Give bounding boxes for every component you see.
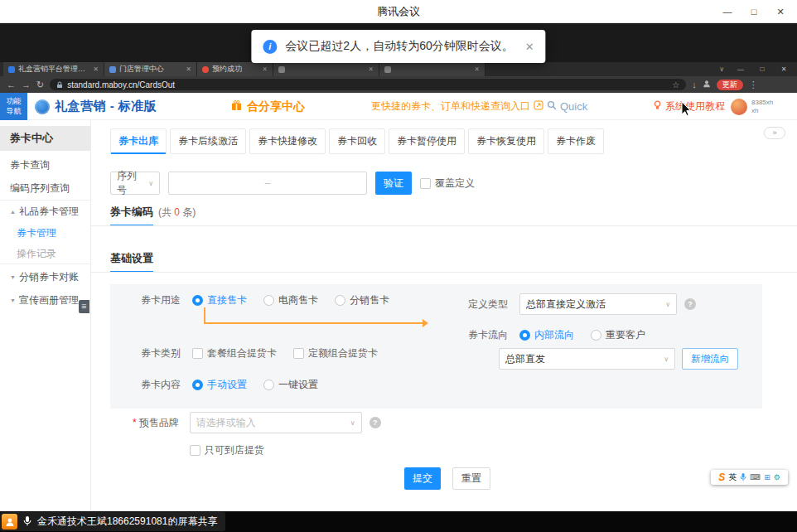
checkbox-icon xyxy=(420,178,431,189)
close-icon[interactable]: ✕ xyxy=(767,0,794,23)
tab-card-void[interactable]: 券卡作废 xyxy=(548,128,604,154)
radio-distribution-sale[interactable]: 分销售卡 xyxy=(335,293,389,307)
sidebar-collapse-handle[interactable]: ☰ xyxy=(79,300,89,313)
ime-mic-icon[interactable] xyxy=(740,472,746,483)
tabstrip-right: ∨ — □ ✕ xyxy=(714,62,797,76)
definition-type-row: 定义类型 总部直接定义激活 ∨ ? xyxy=(468,293,696,315)
minimize-icon[interactable]: — xyxy=(714,0,741,23)
checkbox-fixed-combo-card[interactable]: 定额组合提货卡 xyxy=(293,346,378,360)
browser-menu-icon[interactable]: ⋮ xyxy=(749,80,758,89)
ime-toolbar[interactable]: S 英 ⌨ ⊞ ⚙ xyxy=(711,470,788,485)
radio-important-customer[interactable]: 重要客户 xyxy=(591,328,645,342)
tab-close-icon[interactable]: ✕ xyxy=(368,65,374,73)
user-box[interactable]: 8385xhxh xyxy=(731,93,773,120)
definition-type-value: 总部直接定义激活 xyxy=(526,297,606,312)
radio-one-click-setting[interactable]: 一键设置 xyxy=(263,378,318,392)
sidebar-item-operation-log[interactable]: 操作记录 xyxy=(0,243,90,264)
function-nav-button[interactable]: 功能 导航 xyxy=(0,93,27,120)
tab-close-icon[interactable]: ✕ xyxy=(93,65,99,73)
sidebar-group-distribution-reconciliation[interactable]: ▼ 分销券卡对账 xyxy=(0,266,90,288)
checkbox-icon xyxy=(192,348,203,359)
radio-manual-setting[interactable]: 手动设置 xyxy=(192,378,247,392)
store-pickup-only-checkbox[interactable]: 只可到店提货 xyxy=(190,443,264,457)
ime-language-indicator[interactable]: 英 xyxy=(728,472,737,483)
presale-brand-select[interactable]: 请选择或输入 ∨ xyxy=(190,412,362,433)
tutorial-link[interactable]: 系统使用教程 xyxy=(653,93,725,120)
bookmark-star-icon[interactable]: ☆ xyxy=(672,80,679,89)
toast-close-icon[interactable]: ✕ xyxy=(525,41,534,53)
serial-number-input[interactable] xyxy=(168,172,367,195)
override-definition-checkbox[interactable]: 覆盖定义 xyxy=(420,177,475,191)
tab-card-outbound[interactable]: 券卡出库 xyxy=(110,128,167,154)
browser-tab-5[interactable]: ✕ xyxy=(379,62,485,76)
browser-tab-1[interactable]: 礼盒营销平台管理中心 ✕ xyxy=(3,62,104,76)
profile-icon[interactable] xyxy=(703,80,711,89)
basic-settings-title: 基础设置 xyxy=(110,251,153,273)
tab-close-icon[interactable]: ✕ xyxy=(474,65,480,73)
back-icon[interactable]: ← xyxy=(7,80,16,89)
tab-card-quick-edit[interactable]: 券卡快捷修改 xyxy=(249,128,326,154)
forward-icon[interactable]: → xyxy=(22,80,31,89)
browser-navbar: ← → ↻ standard.maboy.cn/CardsOut ☆ ↓ 更新 … xyxy=(0,76,797,93)
ime-settings-icon[interactable]: ⚙ xyxy=(774,474,780,481)
maximize-icon[interactable]: □ xyxy=(741,0,767,23)
radio-icon xyxy=(591,330,601,341)
override-definition-label: 覆盖定义 xyxy=(435,177,475,191)
browser-maximize-icon[interactable]: □ xyxy=(752,62,772,76)
sidebar-group-brochure-management[interactable]: ▼ 宣传画册管理 xyxy=(0,289,90,311)
sidebar-item-card-query[interactable]: 券卡查询 xyxy=(0,154,90,176)
quick-search[interactable]: Quick xyxy=(547,93,587,120)
help-icon[interactable]: ? xyxy=(370,417,381,428)
card-code-count: (共 0 条) xyxy=(158,206,196,220)
reset-button[interactable]: 重置 xyxy=(452,467,490,490)
caret-down-icon: ▼ xyxy=(10,274,16,280)
microphone-icon[interactable] xyxy=(23,515,31,530)
sidebar-item-code-sequence-query[interactable]: 编码序列查询 xyxy=(0,177,90,199)
tab-list-chevron-icon[interactable]: ∨ xyxy=(714,65,729,73)
flow-destination-select[interactable]: 总部直发 ∨ xyxy=(499,348,675,370)
tab-card-resume[interactable]: 券卡恢复使用 xyxy=(468,128,544,154)
tab-card-recycle[interactable]: 券卡回收 xyxy=(329,128,385,154)
browser-tab-2[interactable]: 门店管理中心 ✕ xyxy=(104,62,197,76)
card-function-tabs: 券卡出库 券卡后续激活 券卡快捷修改 券卡回收 券卡暂停使用 券卡恢复使用 券卡… xyxy=(110,128,604,154)
tab-card-suspend[interactable]: 券卡暂停使用 xyxy=(389,128,465,154)
card-category-label: 券卡类别 xyxy=(141,346,182,360)
definition-type-label: 定义类型 xyxy=(468,297,510,312)
radio-direct-sale[interactable]: 直接售卡 xyxy=(192,293,247,307)
tab-card-followup-activate[interactable]: 券卡后续激活 xyxy=(170,128,246,154)
submit-button[interactable]: 提交 xyxy=(404,467,441,490)
browser-update-button[interactable]: 更新 xyxy=(717,80,743,90)
card-code-title: 券卡编码 xyxy=(110,205,153,226)
add-flow-button[interactable]: 新增流向 xyxy=(682,348,738,370)
brand: 礼盒营销 - 标准版 xyxy=(35,93,157,120)
serial-type-select[interactable]: 序列号 ∨ xyxy=(110,172,160,195)
expand-panel-button[interactable]: » xyxy=(764,127,785,139)
promo-link[interactable]: 更快捷的券卡、订单和快递查询入口 xyxy=(371,93,543,120)
shared-screen-stage: 礼盒营销平台管理中心 ✕ 门店管理中心 ✕ 预约成功 ✕ ✕ xyxy=(0,23,797,511)
verify-button[interactable]: 验证 xyxy=(375,172,412,195)
sogou-logo-icon: S xyxy=(718,472,725,483)
browser-minimize-icon[interactable]: — xyxy=(731,62,751,76)
basic-settings-section-header: 基础设置 xyxy=(110,251,153,273)
definition-type-select[interactable]: 总部直接定义激活 ∨ xyxy=(519,293,677,315)
browser-tab-4[interactable]: ✕ xyxy=(273,62,379,76)
ime-toolbox-icon[interactable]: ⊞ xyxy=(764,474,770,481)
download-icon[interactable]: ↓ xyxy=(692,80,697,89)
serial-form-row: 序列号 ∨ 验证 覆盖定义 xyxy=(110,172,475,195)
sidebar-group-gift-card-management[interactable]: ▲ 礼品券卡管理 xyxy=(0,201,90,222)
checkbox-package-combo-card[interactable]: 套餐组合提货卡 xyxy=(192,346,277,360)
browser-tab-3[interactable]: 预约成功 ✕ xyxy=(197,62,273,76)
sidebar-item-card-management[interactable]: 券卡管理 xyxy=(0,222,90,244)
reload-icon[interactable]: ↻ xyxy=(36,80,44,89)
screen-share-bar: 金禾通技术王斌18662591081的屏幕共享 xyxy=(0,511,797,532)
address-bar[interactable]: standard.maboy.cn/CardsOut ☆ xyxy=(50,79,686,90)
radio-internal-flow[interactable]: 内部流向 xyxy=(519,328,574,342)
tab-close-icon[interactable]: ✕ xyxy=(186,65,191,73)
serial-select-value: 序列号 xyxy=(117,169,143,197)
browser-close-icon[interactable]: ✕ xyxy=(774,62,794,76)
radio-ecommerce-sale[interactable]: 电商售卡 xyxy=(263,293,318,307)
share-center-link[interactable]: 合分享中心 xyxy=(230,93,305,120)
tab-close-icon[interactable]: ✕ xyxy=(262,65,268,73)
ime-keyboard-icon[interactable]: ⌨ xyxy=(750,474,761,481)
help-icon[interactable]: ? xyxy=(684,298,696,310)
